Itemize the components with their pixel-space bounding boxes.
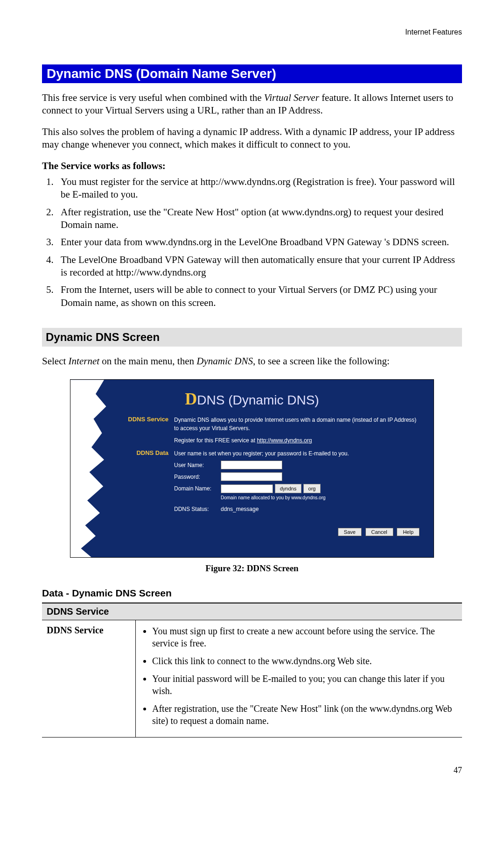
page-number: 47 [42,766,462,775]
domain-label: Domain Name: [174,484,221,493]
table-row-label: DDNS Service [42,620,136,738]
text-italic: Dynamic DNS [196,355,253,367]
data-table: DDNS Service DDNS Service You must sign … [42,603,462,738]
list-item: You must register for the service at htt… [56,176,462,201]
text: This free service is very useful when co… [42,92,264,103]
text: Select [42,355,69,367]
status-value: ddns_message [221,505,259,513]
help-button[interactable]: Help [397,528,420,536]
figure-caption: Figure 32: DDNS Screen [42,563,462,574]
domain-select-2[interactable]: org [303,484,321,493]
list-item: After registration, use the "Create New … [152,702,457,727]
steps-list: You must register for the service at htt… [42,176,462,309]
section-heading: Dynamic DNS Screen [42,328,462,347]
ddns-data-label: DDNS Data [122,449,174,456]
title-letter: D [185,390,197,408]
steps-heading: The Service works as follows: [42,160,462,172]
list-item: Enter your data from www.dyndns.org in t… [56,236,462,248]
screenshot-figure: DDNS (Dynamic DNS) DDNS Service Dynamic … [42,379,462,574]
ddns-data-note: User name is set when you register; your… [174,449,420,458]
domain-input[interactable] [221,484,273,493]
table-header: DDNS Service [42,603,462,620]
page-header-section: Internet Features [42,28,462,36]
password-input[interactable] [221,472,282,481]
cancel-button[interactable]: Cancel [365,528,393,536]
text: on the main menu, then [99,355,196,367]
save-button[interactable]: Save [338,528,362,536]
password-label: Password: [174,473,221,481]
ddns-service-label: DDNS Service [122,416,174,423]
ddns-service-link[interactable]: http://www.dyndns.org [257,437,312,444]
ddns-service-text: Dynamic DNS allows you to provide Intern… [174,416,420,433]
list-item: From the Internet, users will be able to… [56,284,462,309]
text-italic: Virtual Server [264,92,319,103]
data-table-heading: Data - Dynamic DNS Screen [42,588,462,599]
domain-note: Domain name allocated to you by www.dynd… [221,494,420,501]
list-item: After registration, use the "Create New … [56,206,462,232]
screenshot-title: DDNS (Dynamic DNS) [84,389,420,409]
username-label: User Name: [174,461,221,469]
title-text: DNS (Dynamic DNS) [197,393,319,407]
status-label: DDNS Status: [174,505,221,513]
text: Register for this FREE service at [174,437,257,444]
page-title: Dynamic DNS (Domain Name Server) [42,64,462,83]
username-input[interactable] [221,461,282,469]
table-row-content: You must sign up first to create a new a… [136,620,462,738]
list-item: Your initial password will be E-mailed t… [152,673,457,697]
intro-paragraph-1: This free service is very useful when co… [42,92,462,117]
text-italic: Internet [69,355,99,367]
list-item: You must sign up first to create a new a… [152,625,457,649]
intro-paragraph-2: This also solves the problem of having a… [42,126,462,151]
domain-select-1[interactable]: dyndns [275,484,301,493]
list-item: The LevelOne Broadband VPN Gateway will … [56,254,462,279]
list-item: Click this link to connect to the www.dy… [152,655,457,667]
section-intro: Select Internet on the main menu, then D… [42,355,462,368]
text: , to see a screen like the following: [253,355,390,367]
